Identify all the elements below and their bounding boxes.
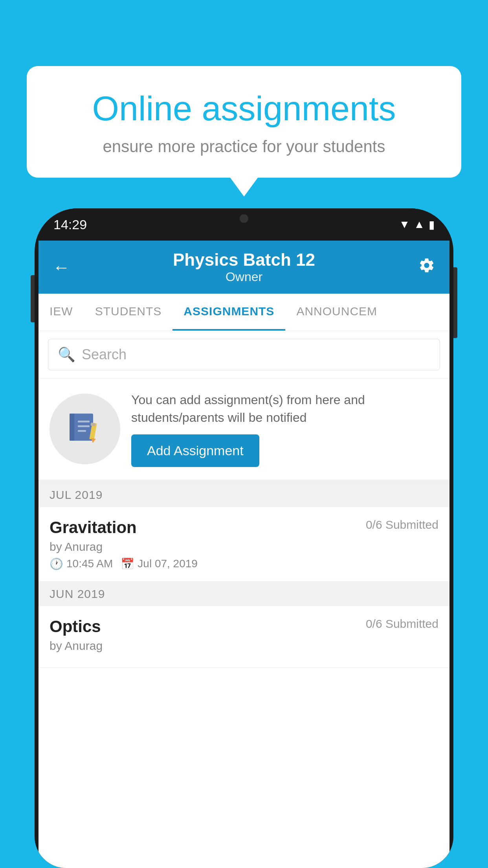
svg-rect-3: [78, 425, 90, 427]
clock-icon: 🕐: [50, 557, 63, 570]
assignment-time: 10:45 AM: [66, 557, 113, 570]
add-assignment-button[interactable]: Add Assignment: [131, 434, 259, 467]
phone-status-bar: 14:29 ▼ ▲ ▮: [35, 208, 453, 241]
header-title: Physics Batch 12: [70, 250, 418, 270]
assignment-submitted-optics: 0/6 Submitted: [366, 617, 438, 631]
phone-notch: [213, 208, 275, 229]
search-icon: 🔍: [58, 346, 75, 363]
assignment-header-row-optics: Optics 0/6 Submitted: [50, 617, 438, 636]
assignment-icon-circle: [50, 394, 120, 464]
header-center: Physics Batch 12 Owner: [70, 250, 418, 284]
phone-screen: ← Physics Batch 12 Owner IEW STUDENTS AS…: [39, 241, 449, 868]
add-assignment-content: You can add assignment(s) from here and …: [131, 391, 438, 467]
calendar-icon: 📅: [121, 557, 134, 570]
signal-icon: ▲: [414, 218, 425, 231]
wifi-icon: ▼: [399, 218, 410, 231]
tab-assignments[interactable]: ASSIGNMENTS: [172, 294, 285, 331]
tab-announcements[interactable]: ANNOUNCEM: [285, 294, 388, 331]
assignment-submitted: 0/6 Submitted: [366, 518, 438, 531]
svg-rect-2: [78, 421, 90, 423]
back-button[interactable]: ←: [53, 257, 70, 277]
tab-iew[interactable]: IEW: [39, 294, 84, 331]
tab-students[interactable]: STUDENTS: [84, 294, 173, 331]
app-header: ← Physics Batch 12 Owner: [39, 241, 449, 294]
phone-frame: 14:29 ▼ ▲ ▮ ← Physics Batch 12 Owner: [35, 208, 453, 868]
tabs-bar: IEW STUDENTS ASSIGNMENTS ANNOUNCEM: [39, 294, 449, 331]
status-time: 14:29: [53, 217, 87, 232]
meta-date: 📅 Jul 07, 2019: [121, 557, 198, 570]
svg-rect-1: [70, 414, 74, 441]
speech-bubble-title: Online assignments: [50, 90, 438, 128]
header-subtitle: Owner: [70, 270, 418, 284]
assignment-by: by Anurag: [50, 540, 438, 554]
settings-icon[interactable]: [418, 257, 435, 278]
add-assignment-section: You can add assignment(s) from here and …: [39, 379, 449, 483]
assignment-name-optics: Optics: [50, 617, 101, 636]
month-separator-jun: JUN 2019: [39, 582, 449, 606]
svg-rect-4: [78, 430, 86, 432]
assignment-date: Jul 07, 2019: [138, 557, 198, 570]
meta-time: 🕐 10:45 AM: [50, 557, 113, 570]
battery-icon: ▮: [429, 218, 435, 231]
status-icons: ▼ ▲ ▮: [399, 218, 435, 231]
assignment-meta: 🕐 10:45 AM 📅 Jul 07, 2019: [50, 557, 438, 570]
search-bar[interactable]: 🔍 Search: [48, 339, 440, 370]
camera: [240, 214, 248, 223]
speech-bubble-subtitle: ensure more practice for your students: [50, 137, 438, 156]
assignment-item-gravitation[interactable]: Gravitation 0/6 Submitted by Anurag 🕐 10…: [39, 507, 449, 582]
assignment-by-optics: by Anurag: [50, 639, 438, 653]
speech-bubble-container: Online assignments ensure more practice …: [27, 66, 461, 178]
month-separator-jul: JUL 2019: [39, 483, 449, 507]
search-placeholder: Search: [82, 346, 127, 363]
assignment-item-optics[interactable]: Optics 0/6 Submitted by Anurag: [39, 606, 449, 668]
notebook-icon: [67, 411, 103, 447]
search-container: 🔍 Search: [39, 331, 449, 379]
assignment-header-row: Gravitation 0/6 Submitted: [50, 518, 438, 537]
speech-bubble: Online assignments ensure more practice …: [27, 66, 461, 178]
add-assignment-description: You can add assignment(s) from here and …: [131, 391, 438, 427]
assignment-name: Gravitation: [50, 518, 137, 537]
